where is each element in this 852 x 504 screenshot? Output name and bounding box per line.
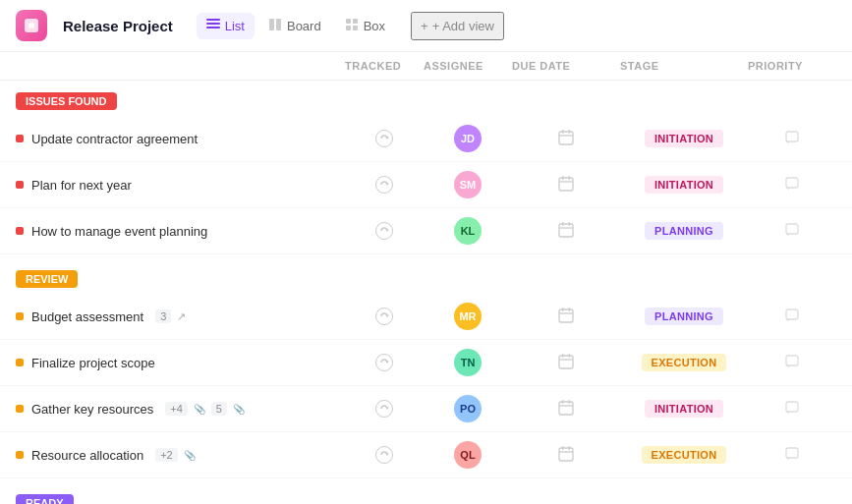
tracked-cell: [345, 446, 424, 464]
tracked-icon: [375, 176, 393, 194]
svg-rect-28: [562, 354, 564, 358]
svg-rect-23: [559, 309, 573, 322]
stage-cell[interactable]: INITIATION: [620, 400, 748, 418]
svg-rect-9: [346, 26, 351, 30]
table-header: TRACKED ASSIGNEE DUE DATE STAGE PRIORITY: [0, 52, 852, 81]
stage-cell[interactable]: INITIATION: [620, 176, 748, 194]
calendar-icon: [558, 446, 574, 465]
task-name: Finalize project scope: [31, 356, 155, 370]
tab-list[interactable]: List: [197, 13, 255, 39]
stage-badge: INITIATION: [645, 176, 723, 194]
priority-cell: [748, 447, 836, 464]
task-name-cell: Finalize project scope: [16, 356, 345, 370]
meta-count-badge: +2: [155, 448, 178, 462]
svg-point-1: [28, 23, 34, 28]
avatar: KL: [454, 217, 482, 245]
svg-rect-29: [569, 354, 571, 358]
col-duedate: DUE DATE: [512, 60, 620, 72]
task-name: Resource allocation: [31, 448, 143, 463]
task-row[interactable]: Finalize project scopeTNEXECUTION: [0, 340, 852, 386]
app-logo: [16, 10, 47, 41]
task-name-cell: How to manage event planning: [16, 224, 345, 239]
tracked-cell: [345, 308, 424, 325]
task-row[interactable]: Resource allocation+2📎QLEXECUTION: [0, 432, 852, 478]
tracked-icon: [375, 446, 393, 464]
task-row[interactable]: Budget assessment3↗MRPLANNING: [0, 294, 852, 340]
priority-cell: [748, 355, 836, 371]
svg-rect-5: [269, 19, 274, 30]
stage-cell[interactable]: PLANNING: [620, 308, 748, 325]
meta-count-badge: +4: [165, 402, 188, 416]
link-icon: ↗: [177, 310, 186, 323]
plus-icon: +: [421, 19, 428, 33]
task-dot: [16, 181, 24, 189]
section-issues-found: ISSUES FOUNDUpdate contractor agreementJ…: [0, 81, 852, 254]
add-view-button[interactable]: + + Add view: [411, 12, 504, 40]
tracked-cell: [345, 400, 424, 418]
assignee-cell: SM: [424, 171, 512, 198]
comment-icon: [785, 447, 799, 464]
sections-container: ISSUES FOUNDUpdate contractor agreementJ…: [0, 81, 852, 504]
priority-cell: [748, 177, 836, 194]
svg-rect-12: [562, 130, 564, 134]
tracked-cell: [345, 222, 424, 240]
tracked-cell: [345, 176, 424, 194]
task-dot: [16, 135, 24, 142]
task-name-cell: Update contractor agreement: [16, 132, 345, 146]
task-dot: [16, 359, 24, 366]
board-icon: [268, 18, 282, 34]
avatar: QL: [454, 441, 482, 469]
col-stage: STAGE: [620, 60, 748, 72]
svg-rect-13: [569, 130, 571, 134]
stage-cell[interactable]: EXECUTION: [620, 446, 748, 464]
task-name: Gather key resources: [31, 402, 153, 417]
svg-rect-7: [346, 19, 351, 24]
app-title: Release Project: [63, 18, 173, 34]
svg-rect-36: [562, 446, 564, 450]
task-row[interactable]: How to manage event planningKLPLANNING: [0, 208, 852, 254]
svg-rect-15: [559, 178, 573, 191]
task-name-cell: Gather key resources+4📎5📎: [16, 402, 345, 417]
list-icon: [206, 18, 220, 34]
stage-badge: INITIATION: [645, 130, 723, 147]
stage-cell[interactable]: INITIATION: [620, 130, 748, 147]
priority-cell: [748, 131, 836, 147]
task-dot: [16, 405, 24, 413]
tab-board[interactable]: Board: [258, 13, 331, 39]
avatar: PO: [454, 395, 482, 422]
svg-rect-21: [569, 222, 571, 226]
svg-rect-34: [786, 402, 798, 412]
stage-cell[interactable]: EXECUTION: [620, 354, 748, 371]
svg-rect-18: [786, 178, 798, 188]
priority-cell: [748, 401, 836, 418]
stage-badge: PLANNING: [645, 308, 723, 325]
svg-rect-30: [786, 356, 798, 365]
due-date-cell: [512, 354, 620, 372]
calendar-icon: [558, 222, 574, 241]
tracked-cell: [345, 130, 424, 147]
clip-icon: 📎: [184, 450, 196, 461]
svg-rect-19: [559, 224, 573, 237]
avatar: JD: [454, 125, 482, 152]
svg-rect-6: [276, 19, 281, 30]
assignee-cell: KL: [424, 217, 512, 245]
svg-rect-11: [559, 132, 573, 144]
assignee-cell: QL: [424, 441, 512, 469]
task-row[interactable]: Gather key resources+4📎5📎POINITIATION: [0, 386, 852, 432]
stage-cell[interactable]: PLANNING: [620, 222, 748, 240]
svg-rect-31: [559, 402, 573, 415]
svg-rect-27: [559, 356, 573, 368]
stage-badge: PLANNING: [645, 222, 723, 240]
comment-icon: [785, 131, 799, 147]
task-name: How to manage event planning: [31, 224, 207, 239]
tab-box[interactable]: Box: [335, 13, 395, 39]
assignee-cell: JD: [424, 125, 512, 152]
stage-badge: INITIATION: [645, 400, 723, 418]
task-name: Plan for next year: [31, 178, 132, 193]
stage-badge: EXECUTION: [642, 354, 727, 371]
task-row[interactable]: Update contractor agreementJDINITIATION: [0, 116, 852, 162]
task-row[interactable]: Plan for next yearSMINITIATION: [0, 162, 852, 208]
svg-rect-8: [353, 19, 358, 24]
comment-icon: [785, 355, 799, 371]
tracked-icon: [375, 222, 393, 240]
